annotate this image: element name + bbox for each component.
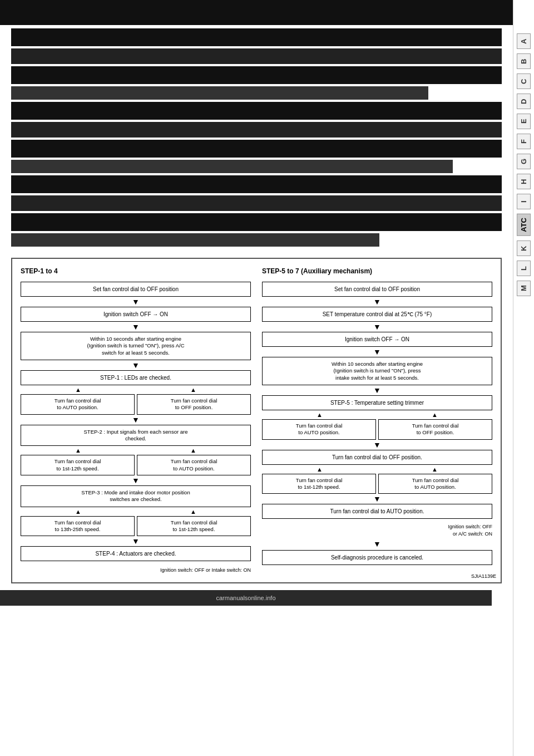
left-branch-1: Turn fan control dialto AUTO position. T… <box>21 394 251 415</box>
right-arrow-2: ▼ <box>262 323 492 331</box>
right-branch-1: Turn fan control dialto AUTO position. T… <box>262 419 492 440</box>
main-content: STEP-1 to 4 Set fan control dial to OFF … <box>0 0 513 606</box>
right-branch-2: Turn fan control dialto 1st-12th speed. … <box>262 474 492 494</box>
top-header-bar <box>0 0 513 25</box>
right-arrow-3: ▼ <box>262 348 492 356</box>
content-block-4 <box>11 86 428 100</box>
content-block-2 <box>11 48 502 64</box>
watermark-text: carmanualsonline.info <box>216 595 275 601</box>
left-step4-box: STEP-4 : Actuators are checked. <box>21 546 251 561</box>
tab-k[interactable]: K <box>517 240 531 256</box>
right-self-diag-box: Self-diagnosis procedure is canceled. <box>262 550 492 565</box>
right-branch-1b: Turn fan control dialto OFF position. <box>378 419 492 440</box>
left-diagram-title: STEP-1 to 4 <box>21 267 251 275</box>
left-branch-arrows-2: ▲ ▲ <box>21 447 251 454</box>
right-box-1: Set fan control dial to OFF position <box>262 282 492 297</box>
right-arrow-4: ▼ <box>262 386 492 394</box>
tab-a[interactable]: A <box>517 33 531 49</box>
content-block-11 <box>11 213 502 231</box>
left-branch-arrows-3: ▲ ▲ <box>21 508 251 515</box>
content-block-5 <box>11 102 502 120</box>
tab-atc[interactable]: ATC <box>517 214 531 236</box>
left-step1-box: STEP-1 : LEDs are checked. <box>21 370 251 385</box>
left-column: STEP-1 to 4 Set fan control dial to OFF … <box>21 267 251 574</box>
right-annotation-1: Ignition switch: OFFor A/C switch: ON <box>262 523 492 537</box>
left-arrow-5: ▼ <box>21 477 251 484</box>
right-box-3: Ignition switch OFF → ON <box>262 332 492 347</box>
content-block-10 <box>11 195 502 211</box>
left-arrow-2: ▼ <box>21 323 251 331</box>
content-block-8 <box>11 160 453 173</box>
tab-c[interactable]: C <box>517 73 531 89</box>
right-column: STEP-5 to 7 (Auxiliary mechanism) Set fa… <box>262 267 492 574</box>
left-box-2: Ignition switch OFF → ON <box>21 307 251 322</box>
tab-m[interactable]: M <box>517 281 531 296</box>
diagram-container: STEP-1 to 4 Set fan control dial to OFF … <box>11 258 502 583</box>
content-block-1 <box>11 28 502 46</box>
tab-l[interactable]: L <box>517 261 531 276</box>
left-branch-3: Turn fan control dialto 13th-25th speed.… <box>21 516 251 537</box>
left-branch-3b: Turn fan control dialto 1st-12th speed. <box>137 516 251 537</box>
left-branch-3a: Turn fan control dialto 13th-25th speed. <box>21 516 135 537</box>
left-branch-2a: Turn fan control dialto 1st-12th speed. <box>21 455 135 475</box>
diagram-code: SJIA1139E <box>471 573 496 579</box>
tab-b[interactable]: B <box>517 53 531 69</box>
left-box-1: Set fan control dial to OFF position <box>21 282 251 297</box>
content-block-6 <box>11 122 502 138</box>
left-branch-2: Turn fan control dialto 1st-12th speed. … <box>21 455 251 475</box>
diagram-row: STEP-1 to 4 Set fan control dial to OFF … <box>21 267 492 574</box>
right-branch-2b: Turn fan control dialto AUTO position. <box>378 474 492 494</box>
right-box-4: Within 10 seconds after starting engine … <box>262 357 492 385</box>
tab-g[interactable]: G <box>517 154 531 169</box>
left-branch-1a: Turn fan control dialto AUTO position. <box>21 394 135 415</box>
right-diagram-title: STEP-5 to 7 (Auxiliary mechanism) <box>262 267 492 275</box>
content-block-3 <box>11 66 502 84</box>
left-arrow-3: ▼ <box>21 361 251 369</box>
right-box-2: SET temperature control dial at 25℃ (75 … <box>262 307 492 322</box>
right-arrow-6: ▼ <box>262 495 492 503</box>
content-block-7 <box>11 140 502 158</box>
left-branch-arrows-1: ▲ ▲ <box>21 386 251 393</box>
right-sidebar: A B C D E F G H I ATC K L M <box>513 0 534 756</box>
right-arrow-5: ▼ <box>262 441 492 449</box>
right-branch-arrows-1: ▲ ▲ <box>262 411 492 418</box>
content-block-9 <box>11 175 502 193</box>
left-arrow-4: ▼ <box>21 416 251 424</box>
left-annotation: Ignition switch: OFF or Intake switch: O… <box>21 567 251 574</box>
tab-d[interactable]: D <box>517 94 531 109</box>
tab-h[interactable]: H <box>517 174 531 189</box>
right-arrow-1: ▼ <box>262 298 492 306</box>
tab-i[interactable]: I <box>517 194 531 209</box>
left-branch-1b: Turn fan control dialto OFF position. <box>137 394 251 415</box>
content-blocks <box>11 28 502 247</box>
right-branch-1a: Turn fan control dialto AUTO position. <box>262 419 376 440</box>
bottom-watermark: carmanualsonline.info <box>0 590 492 606</box>
right-step7-box: Turn fan control dial to AUTO position. <box>262 504 492 519</box>
right-branch-2a: Turn fan control dialto 1st-12th speed. <box>262 474 376 494</box>
left-step2-box: STEP-2 : Input signals from each sensor … <box>21 425 251 446</box>
left-box-3: Within 10 seconds after starting engine … <box>21 332 251 360</box>
tab-e[interactable]: E <box>517 114 531 129</box>
right-step5-box: STEP-5 : Temperature setting trimmer <box>262 395 492 410</box>
right-arrow-7: ▼ <box>262 540 492 548</box>
right-branch-arrows-2: ▲ ▲ <box>262 466 492 473</box>
left-branch-2b: Turn fan control dialto AUTO position. <box>137 455 251 475</box>
right-step6-box: Turn fan control dial to OFF position. <box>262 450 492 465</box>
left-arrow-1: ▼ <box>21 298 251 306</box>
left-arrow-6: ▼ <box>21 537 251 545</box>
tab-f[interactable]: F <box>517 134 531 149</box>
content-block-12 <box>11 233 379 247</box>
left-step3-box: STEP-3 : Mode and intake door motor posi… <box>21 485 251 507</box>
